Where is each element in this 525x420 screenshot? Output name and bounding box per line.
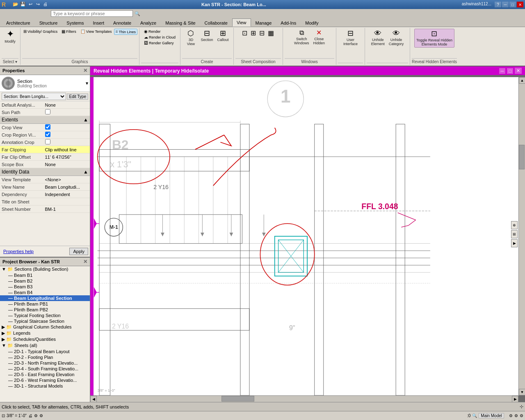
section-type-select[interactable]: Section: Beam Longitu... [2,93,66,100]
extents-section[interactable]: Extents ▲ [0,116,90,124]
banner-restore[interactable]: □ [507,68,513,74]
scroll-down-button[interactable]: ▼ [519,389,525,395]
qat-print[interactable]: 🖨 [42,1,48,7]
thin-lines-button[interactable]: = Thin Lines [114,29,137,35]
tree-item-beam-b3[interactable]: — Beam B3 [0,284,90,290]
switch-windows-button[interactable]: ⧉ SwitchWindows [292,29,311,46]
scroll-up-button[interactable]: ▲ [519,77,525,84]
sheet-comp-btn2[interactable]: ⊞ [249,29,257,37]
bottom-icon3[interactable]: ⚙ [520,413,523,418]
close-hidden-button[interactable]: ✕ CloseHidden [311,29,326,46]
tree-item-plinth-pb1[interactable]: — Plinth Beam PB1 [0,301,90,307]
render-gallery-button[interactable]: 🖼 Render Gallery [143,40,175,46]
unhide-category-button[interactable]: 👁 UnhideCategory [387,29,406,47]
banner-minimize[interactable]: ─ [499,68,506,74]
3d-view-button[interactable]: ⬡ 3DView [183,29,198,47]
nav-btn-1[interactable]: ⊕ [511,221,518,229]
render-cloud-button[interactable]: ☁ Render in Cloud [143,34,177,40]
tree-item-2d5[interactable]: — 2D-5 - East Framing Elevation [0,372,90,377]
v-scroll-thumb[interactable] [519,145,525,169]
help-button[interactable]: ? [495,2,501,7]
visibility-graphics-button[interactable]: ⊞ Visibility/ Graphics [22,29,59,34]
apply-button[interactable]: Apply [69,248,88,255]
search-input[interactable] [51,10,133,17]
tree-item-2d4[interactable]: — 2D-4 - South Framing Elevatio... [0,366,90,372]
nav-btn-3[interactable]: ▶ [511,239,518,247]
bottom-icon1[interactable]: ⚙ [509,413,513,418]
select-dropdown[interactable]: Select ▾ [3,59,18,64]
sheet-comp-btn3[interactable]: ⊟ [258,29,266,37]
tree-item-beam-b1[interactable]: — Beam B1 [0,272,90,278]
bottom-icon2[interactable]: ⚙ [514,413,518,418]
tree-item-graphical[interactable]: ▶ 📁 Graphical Column Schedules [0,324,90,330]
tree-item-schedules[interactable]: ▶ 📁 Schedules/Quantities [0,336,90,342]
banner-close[interactable]: ✕ [515,68,522,74]
toggle-reveal-button[interactable]: ⊡ Toggle Reveal HiddenElements Mode [414,29,454,48]
sheet-comp-btn1[interactable]: ⊡ [241,29,249,37]
properties-close-button[interactable]: ✕ [83,68,87,73]
quick-access-toolbar: 📂 💾 ↩ ↪ 🖨 [12,1,48,7]
edit-type-button[interactable]: Edit Type [67,94,88,100]
callout-button[interactable]: ⊞ Callout [215,29,230,43]
view-templates-button[interactable]: 📋 View Templates [79,29,113,34]
project-browser-close-button[interactable]: ✕ [83,259,87,265]
minimize-button[interactable]: ─ [502,2,509,7]
maximize-button[interactable]: □ [509,2,516,7]
tab-annotate[interactable]: Annotate [109,18,136,27]
tree-item-staircase[interactable]: — Typical Staircase Section [0,318,90,324]
unhide-element-button[interactable]: 👁 UnhideElement [370,29,386,47]
tree-item-footing[interactable]: — Typical Footing Section [0,313,90,318]
svg-text:2 Y16: 2 Y16 [153,184,169,190]
user-interface-button[interactable]: ⊟ UserInterface [342,29,359,47]
tree-item-sections-group[interactable]: ▼ 📁 Sections (Building Section) [0,266,90,272]
sun-path-checkbox[interactable] [45,109,50,114]
tree-item-beam-longitudinal[interactable]: — Beam Longitudinal Section [0,295,90,301]
tree-item-beam-b2[interactable]: — Beam B2 [0,278,90,284]
qat-redo[interactable]: ↪ [34,1,41,7]
identity-data-section[interactable]: Identity Data ▲ [0,168,90,176]
tree-item-2d1[interactable]: — 2D-1 - Typical Beam Layout [0,349,90,354]
tab-modify[interactable]: Modify [301,18,323,27]
tree-item-2d6[interactable]: — 2D-6 - West Framing Elevatio... [0,377,90,383]
tab-addins[interactable]: Add-Ins [276,18,301,27]
annotation-crop-checkbox[interactable] [45,139,50,144]
scroll-left-button[interactable]: ◀ [90,396,97,402]
crop-region-checkbox[interactable] [45,132,50,137]
search-bar: 🔍 [0,9,525,18]
search-icon[interactable]: 🔍 [135,11,140,16]
tree-item-plinth-pb2[interactable]: — Plinth Beam PB2 [0,307,90,313]
filters-button[interactable]: ▦ Filters [60,29,78,34]
tree-item-beam-b4[interactable]: — Beam B4 [0,290,90,295]
crop-view-checkbox[interactable] [45,124,50,130]
scroll-right-button[interactable]: ▶ [512,396,518,402]
element-dropdown-icon[interactable]: ▾ [86,80,88,86]
tab-view[interactable]: View [232,18,251,27]
tab-insert[interactable]: Insert [89,18,109,27]
sheet-comp-btn4[interactable]: ▦ [267,29,275,37]
qat-undo[interactable]: ↩ [27,1,34,7]
qat-save[interactable]: 💾 [20,1,26,7]
render-button[interactable]: ◉ Render [143,29,162,34]
tab-manage[interactable]: Manage [251,18,276,27]
sheet-number-value: BM-1 [45,207,89,212]
tree-item-sheets[interactable]: ▼ 📁 Sheets (all) [0,342,90,349]
modify-button[interactable]: ✦ Modify [3,29,18,44]
tab-systems[interactable]: Systems [62,18,88,27]
close-button[interactable]: ✕ [517,2,523,7]
tab-architecture[interactable]: Architecture [2,18,35,27]
project-browser: Project Browser - Kan STR ✕ ▼ 📁 Sections… [0,257,90,402]
tab-analyze[interactable]: Analyze [136,18,161,27]
nav-btn-2[interactable]: ⊞ [511,230,518,238]
properties-help-link[interactable]: Properties help [2,247,35,256]
section-button[interactable]: ⊟ Section [199,29,215,43]
tree-item-legends[interactable]: ▶ 📁 Legends [0,330,90,336]
tab-collaborate[interactable]: Collaborate [200,18,232,27]
tab-structure[interactable]: Structure [35,18,62,27]
tab-massing[interactable]: Massing & Site [161,18,200,27]
drawing-canvas[interactable]: 1 [90,77,518,395]
h-scroll-thumb[interactable] [221,396,254,402]
tree-item-3d1[interactable]: — 3D-1 - Structural Models [0,383,90,389]
tree-item-2d3[interactable]: — 2D-3 - North Framing Elevatio... [0,360,90,366]
tree-item-2d2[interactable]: — 2D-2 - Footing Plan [0,354,90,360]
qat-open[interactable]: 📂 [12,1,19,7]
